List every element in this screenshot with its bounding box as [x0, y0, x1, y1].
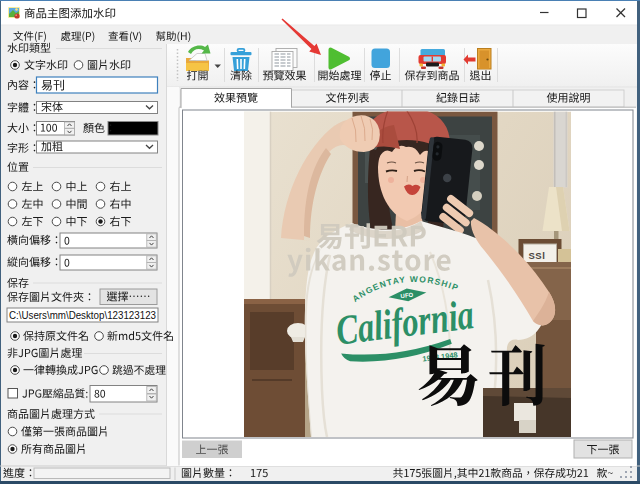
- svg-text:SSl: SSl: [529, 250, 546, 261]
- svg-text:C:\Users\mm\Desktop\123123123: C:\Users\mm\Desktop\123123123: [9, 309, 156, 321]
